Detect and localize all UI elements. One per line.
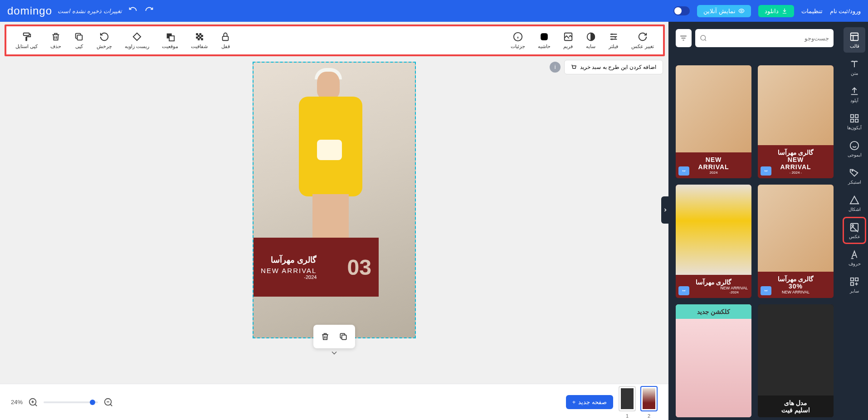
nav-icons[interactable]: آیکون‌ها — [844, 109, 865, 134]
image-icon — [563, 32, 573, 42]
expand-pages-button[interactable] — [330, 348, 339, 359]
download-button[interactable]: دانلود — [758, 5, 794, 17]
tool-rotate[interactable]: چرخش — [97, 32, 112, 49]
nav-upload[interactable]: آپلود — [844, 82, 865, 107]
filter-button[interactable] — [676, 29, 692, 47]
svg-rect-11 — [855, 278, 858, 280]
tool-copy-style[interactable]: کپی استایل — [15, 32, 38, 49]
filter-icon — [679, 34, 688, 42]
zoom-percentage: 24% — [11, 399, 23, 405]
panel-collapse-handle[interactable] — [661, 196, 669, 224]
settings-link[interactable]: تنظیمات — [801, 8, 823, 15]
undo-icon[interactable] — [127, 5, 138, 16]
tool-shadow[interactable]: سایه — [586, 32, 596, 49]
overlay-arrival: NEW ARRIVAL — [261, 267, 317, 274]
nav-sticker[interactable]: استیکر — [844, 163, 865, 189]
nav-template[interactable]: قالب — [844, 27, 865, 53]
page-thumbnails: 2 1 — [619, 386, 658, 419]
preview-button[interactable]: نمایش آنلاین — [697, 5, 751, 17]
app-header: ورود/ثبت نام تنظیمات دانلود نمایش آنلاین… — [0, 0, 868, 22]
svg-point-7 — [852, 170, 853, 171]
delete-button[interactable] — [317, 328, 333, 345]
duplicate-button[interactable] — [335, 328, 351, 345]
template-grid: گالری مهرآساNEWARRIVAL- 2024 - NEWARRIVA… — [676, 65, 834, 417]
login-link[interactable]: ورود/ثبت نام — [830, 8, 861, 15]
premium-badge-icon — [678, 166, 689, 176]
page-thumb-2[interactable] — [640, 386, 658, 411]
svg-rect-12 — [851, 282, 853, 285]
canvas-area: اضافه کردن این طرح به سبد خرید i 03 گالر… — [0, 58, 668, 384]
nav-shapes[interactable]: اشکال — [844, 190, 865, 216]
svg-rect-24 — [200, 37, 201, 39]
svg-point-0 — [741, 10, 742, 12]
image-toolbar: تغییر عکس فیلتر سایه فریم حاشیه جزئیات ق… — [5, 24, 665, 56]
download-icon — [781, 8, 788, 14]
zoom-in-icon — [28, 397, 38, 407]
tool-opacity[interactable]: شفافیت — [191, 32, 208, 49]
overlay-number: 03 — [347, 255, 371, 280]
triangle-icon — [849, 195, 859, 205]
nav-fonts[interactable]: حروف — [844, 245, 865, 270]
template-card[interactable]: کلکشن جدید — [676, 304, 751, 417]
info-button[interactable]: i — [550, 62, 561, 73]
tool-lock[interactable]: قفل — [220, 32, 230, 49]
rotate-icon — [99, 32, 109, 42]
add-to-cart-button[interactable]: اضافه کردن این طرح به سبد خرید — [564, 60, 663, 74]
tool-border[interactable]: حاشیه — [538, 32, 551, 49]
tool-delete[interactable]: حذف — [50, 32, 61, 49]
diamond-icon — [132, 32, 142, 42]
nav-other[interactable]: سایر — [844, 272, 865, 298]
svg-point-13 — [701, 35, 706, 40]
svg-rect-20 — [200, 33, 201, 35]
tool-copy[interactable]: کپی — [74, 32, 84, 49]
smile-icon — [849, 141, 859, 151]
overlay-year: 2024- — [261, 274, 317, 280]
design-canvas[interactable]: 03 گالری مهرآسا NEW ARRIVAL 2024- — [253, 62, 416, 338]
grid-icon — [849, 113, 859, 123]
nav-text[interactable]: متن — [844, 54, 865, 80]
template-card[interactable]: گالری مهرآساNEW ARRIVAL2024-03 — [676, 185, 751, 298]
svg-rect-25 — [198, 38, 200, 40]
copy-icon — [339, 332, 348, 341]
zoom-in-button[interactable] — [28, 397, 38, 407]
search-input[interactable] — [711, 35, 829, 42]
zoom-slider[interactable] — [44, 401, 98, 403]
page-thumb-1[interactable] — [619, 386, 636, 411]
sidebar-nav: قالب متن آپلود آیکون‌ها ایموجی استیکر اش… — [841, 22, 868, 420]
canvas-text-overlay: 03 گالری مهرآسا NEW ARRIVAL 2024- — [254, 238, 379, 297]
tool-frame[interactable]: فریم — [563, 32, 573, 49]
new-page-button[interactable]: صفحه جدید + — [566, 395, 613, 409]
zoom-out-button[interactable] — [103, 397, 113, 407]
template-card[interactable]: گالری مهرآسا30%NEW ARRIVAL — [758, 185, 834, 298]
svg-rect-23 — [196, 37, 198, 39]
chevron-down-icon — [330, 348, 339, 357]
svg-rect-5 — [855, 119, 858, 122]
template-card[interactable]: گالری مهرآساNEWARRIVAL- 2024 - — [758, 65, 834, 178]
premium-badge-icon — [761, 166, 771, 176]
tool-position[interactable]: موقعیت — [162, 32, 178, 49]
nav-emoji[interactable]: ایموجی — [844, 136, 865, 161]
svg-rect-29 — [77, 35, 82, 40]
tool-filter[interactable]: فیلتر — [609, 32, 619, 49]
svg-rect-26 — [201, 38, 203, 40]
nav-image[interactable]: عکس — [844, 218, 865, 243]
svg-point-6 — [850, 141, 858, 149]
template-card[interactable]: NEWARRIVAL2024 — [676, 65, 751, 178]
tool-reset-angle[interactable]: ریست زاویه — [125, 32, 149, 49]
tool-details[interactable]: جزئیات — [511, 32, 525, 49]
template-card[interactable]: مدل هایاسلیم فیت — [758, 304, 834, 417]
svg-rect-16 — [541, 33, 548, 40]
contrast-icon — [586, 32, 596, 42]
overlay-brand: گالری مهرآسا — [261, 255, 317, 265]
svg-rect-1 — [851, 33, 858, 40]
lock-icon — [220, 32, 230, 42]
trash-icon — [321, 332, 330, 341]
tool-change-image[interactable]: تغییر عکس — [631, 32, 654, 49]
logo[interactable]: domingo — [7, 5, 52, 17]
dark-mode-toggle[interactable] — [673, 6, 690, 15]
svg-rect-30 — [23, 33, 29, 35]
copy-icon — [74, 32, 84, 42]
floating-actions — [313, 325, 355, 348]
paint-roller-icon — [22, 32, 32, 42]
redo-icon[interactable] — [144, 5, 155, 16]
